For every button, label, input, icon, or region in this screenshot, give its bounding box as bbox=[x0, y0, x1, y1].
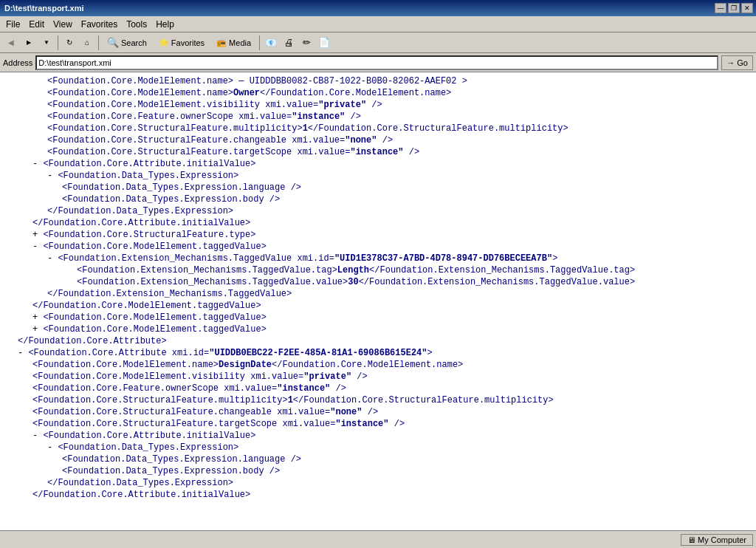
xml-line: + <Foundation.Core.ModelElement.taggedVa… bbox=[3, 323, 753, 335]
nav-icon-2[interactable]: 🖨 bbox=[281, 35, 297, 51]
xml-line: <Foundation.Core.ModelElement.visibility… bbox=[3, 371, 753, 383]
xml-line: </Foundation.Core.Attribute.initialValue… bbox=[3, 489, 753, 501]
xml-line: - <Foundation.Data_Types.Expression> bbox=[3, 442, 753, 453]
favorites-label: Favorites bbox=[171, 38, 205, 47]
media-button[interactable]: 📻 Media bbox=[211, 35, 256, 51]
nav-icon-1[interactable]: 📧 bbox=[263, 35, 279, 51]
search-button[interactable]: 🔍 Search bbox=[102, 35, 152, 51]
xml-line: <Foundation.Core.StructuralFeature.targe… bbox=[3, 146, 753, 158]
computer-icon: 🖥 bbox=[687, 535, 695, 544]
xml-line: <Foundation.Data_Types.Expression.body /… bbox=[3, 193, 753, 205]
refresh-button[interactable]: ↻ bbox=[61, 35, 78, 51]
xml-line: <Foundation.Core.ModelElement.name> — UI… bbox=[3, 75, 753, 87]
xml-line: - <Foundation.Core.ModelElement.taggedVa… bbox=[3, 241, 753, 253]
toolbar: ◀ ▶ ▼ ↻ ⌂ 🔍 Search ⭐ Favorites 📻 Media 📧… bbox=[0, 32, 756, 53]
title-bar: D:\test\transport.xmi — ❐ ✕ bbox=[0, 0, 756, 16]
content-area[interactable]: <Foundation.Core.ModelElement.name> — UI… bbox=[0, 72, 756, 530]
back-button[interactable]: ◀ bbox=[3, 35, 19, 51]
xml-line: </Foundation.Core.Attribute.initialValue… bbox=[3, 217, 753, 229]
menu-view[interactable]: View bbox=[49, 18, 77, 31]
xml-line: <Foundation.Core.StructuralFeature.chang… bbox=[3, 134, 753, 146]
close-button[interactable]: ✕ bbox=[741, 3, 753, 13]
xml-line: - <Foundation.Core.Attribute.initialValu… bbox=[3, 430, 753, 442]
forward-button[interactable]: ▶ bbox=[21, 35, 37, 51]
xml-line: </Foundation.Core.ModelElement.taggedVal… bbox=[3, 300, 753, 312]
menu-bar: File Edit View Favorites Tools Help bbox=[0, 16, 756, 32]
xml-line: - <Foundation.Core.Attribute xmi.id="UID… bbox=[3, 347, 753, 359]
address-bar: Address → Go bbox=[0, 53, 756, 72]
xml-line: </Foundation.Extension_Mechanisms.Tagged… bbox=[3, 288, 753, 300]
address-label: Address bbox=[3, 58, 32, 67]
nav-icon-3[interactable]: ✏ bbox=[298, 35, 315, 51]
xml-line: </Foundation.Data_Types.Expression> bbox=[3, 205, 753, 217]
xml-line: <Foundation.Core.StructuralFeature.chang… bbox=[3, 406, 753, 418]
title-bar-controls: — ❐ ✕ bbox=[715, 3, 753, 13]
media-icon: 📻 bbox=[216, 38, 227, 47]
toolbar-separator-3 bbox=[259, 35, 260, 50]
xml-content: <Foundation.Core.ModelElement.name> — UI… bbox=[3, 75, 753, 501]
xml-line: <Foundation.Extension_Mechanisms.TaggedV… bbox=[3, 264, 753, 276]
favorites-button[interactable]: ⭐ Favorites bbox=[154, 35, 210, 51]
xml-line: <Foundation.Core.ModelElement.name>Desig… bbox=[3, 359, 753, 371]
xml-line: - <Foundation.Core.Attribute.initialValu… bbox=[3, 158, 753, 170]
restore-button[interactable]: ❐ bbox=[728, 3, 740, 13]
xml-line: <Foundation.Data_Types.Expression.langua… bbox=[3, 182, 753, 193]
menu-help[interactable]: Help bbox=[151, 18, 179, 31]
go-label: Go bbox=[737, 58, 748, 67]
go-button[interactable]: → Go bbox=[721, 55, 753, 70]
go-icon: → bbox=[726, 58, 735, 67]
menu-tools[interactable]: Tools bbox=[122, 18, 151, 31]
search-icon: 🔍 bbox=[107, 37, 119, 48]
xml-line: - <Foundation.Extension_Mechanisms.Tagge… bbox=[3, 253, 753, 264]
menu-edit[interactable]: Edit bbox=[24, 18, 49, 31]
menu-file[interactable]: File bbox=[1, 18, 24, 31]
xml-line: - <Foundation.Data_Types.Expression> bbox=[3, 170, 753, 182]
home-button[interactable]: ⌂ bbox=[79, 35, 95, 51]
toolbar-separator-2 bbox=[98, 35, 99, 50]
status-bar: 🖥 My Computer bbox=[0, 530, 756, 548]
xml-line: <Foundation.Core.ModelElement.name>Owner… bbox=[3, 87, 753, 99]
minimize-button[interactable]: — bbox=[715, 3, 726, 13]
xml-line: </Foundation.Data_Types.Expression> bbox=[3, 477, 753, 489]
xml-line: <Foundation.Core.Feature.ownerScope xmi.… bbox=[3, 111, 753, 123]
toolbar-separator-1 bbox=[58, 35, 58, 50]
address-input[interactable] bbox=[35, 55, 718, 70]
media-label: Media bbox=[229, 38, 251, 47]
xml-line: + <Foundation.Core.StructuralFeature.typ… bbox=[3, 229, 753, 241]
status-right: 🖥 My Computer bbox=[681, 534, 753, 546]
xml-line: <Foundation.Core.StructuralFeature.multi… bbox=[3, 123, 753, 134]
search-label: Search bbox=[121, 38, 147, 47]
nav-icon-4[interactable]: 📄 bbox=[316, 35, 332, 51]
xml-line: <Foundation.Core.StructuralFeature.targe… bbox=[3, 418, 753, 430]
dropdown-button[interactable]: ▼ bbox=[38, 35, 55, 51]
xml-line: <Foundation.Core.ModelElement.visibility… bbox=[3, 99, 753, 111]
xml-line: <Foundation.Data_Types.Expression.langua… bbox=[3, 453, 753, 465]
favorites-icon: ⭐ bbox=[159, 38, 169, 47]
xml-line: + <Foundation.Core.ModelElement.taggedVa… bbox=[3, 312, 753, 323]
xml-line: </Foundation.Core.Attribute> bbox=[3, 335, 753, 347]
xml-line: <Foundation.Core.StructuralFeature.multi… bbox=[3, 394, 753, 406]
xml-line: <Foundation.Data_Types.Expression.body /… bbox=[3, 465, 753, 477]
xml-line: <Foundation.Extension_Mechanisms.TaggedV… bbox=[3, 276, 753, 288]
xml-line: <Foundation.Core.Feature.ownerScope xmi.… bbox=[3, 383, 753, 394]
computer-status: 🖥 My Computer bbox=[681, 534, 753, 546]
title-bar-text: D:\test\transport.xmi bbox=[3, 4, 84, 13]
menu-favorites[interactable]: Favorites bbox=[77, 18, 122, 31]
computer-label: My Computer bbox=[698, 535, 746, 544]
